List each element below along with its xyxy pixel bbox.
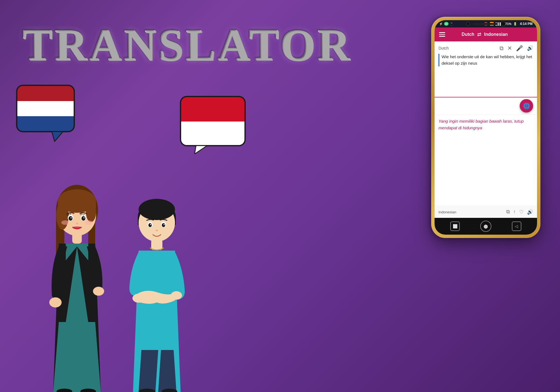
svg-rect-4 <box>17 116 74 131</box>
source-language[interactable]: Dutch <box>462 32 474 37</box>
translate-button[interactable]: 🌐 <box>520 99 533 113</box>
svg-point-43 <box>164 224 165 225</box>
back-button[interactable]: ◁ <box>512 221 521 231</box>
translate-icon: 🌐 <box>523 102 530 109</box>
svg-point-30 <box>93 287 104 296</box>
output-tts-button[interactable]: 🔊 <box>527 209 533 215</box>
svg-point-25 <box>83 217 85 218</box>
dutch-flag-bubble <box>15 84 80 144</box>
speaker-grill <box>473 23 498 25</box>
mic-button[interactable]: 🎤 <box>516 45 523 52</box>
svg-point-40 <box>148 223 152 227</box>
target-language[interactable]: Indonesian <box>484 32 508 37</box>
svg-point-23 <box>81 216 85 221</box>
battery-level: 71% <box>505 22 512 25</box>
svg-point-18 <box>56 202 69 230</box>
input-text[interactable]: Wie het onderste uit de kan wil hebben, … <box>438 54 533 66</box>
output-copy-button[interactable]: ⧉ <box>506 209 510 215</box>
svg-point-41 <box>162 223 165 227</box>
svg-point-37 <box>139 199 175 220</box>
output-footer: Indonesian ⧉ ↑ ♡ 🔊 <box>435 206 537 218</box>
whatsapp-icon: W <box>444 22 449 26</box>
camera-left <box>466 22 470 26</box>
output-like-button[interactable]: ♡ <box>519 209 524 215</box>
battery-icon: 🔋 <box>513 22 517 26</box>
clear-button[interactable]: ✕ <box>507 45 512 52</box>
svg-point-27 <box>61 220 69 225</box>
usb-icon: ⚡ <box>439 22 443 26</box>
svg-rect-3 <box>17 101 74 116</box>
svg-point-24 <box>71 217 72 218</box>
nav-bar: ⬜ ⬤ ◁ <box>435 218 537 235</box>
home-button[interactable]: ⬤ <box>480 221 491 232</box>
app-title: TRANSLATOR <box>22 22 352 67</box>
input-lang-label: Dutch <box>438 46 449 50</box>
output-area: Yang ingin memiliki bagian bawah laras, … <box>435 115 537 206</box>
svg-point-26 <box>76 223 78 224</box>
svg-point-42 <box>150 224 151 225</box>
svg-point-45 <box>132 294 145 303</box>
svg-rect-8 <box>181 97 244 122</box>
svg-point-19 <box>86 202 96 222</box>
swap-languages-icon[interactable]: ⇄ <box>477 31 481 38</box>
translate-button-row: 🌐 <box>435 97 537 115</box>
svg-rect-2 <box>17 86 74 101</box>
phone: ⚡ W 📱 🔇 📶 ▌▌▌▌ 71% 🔋 4:14 PM <box>431 17 543 241</box>
time-display: 4:14 PM <box>520 22 533 26</box>
female-character <box>36 182 118 392</box>
svg-point-46 <box>171 291 182 300</box>
camera-right <box>501 21 506 26</box>
menu-button[interactable] <box>439 32 445 37</box>
male-character <box>118 190 196 392</box>
output-text: Yang ingin memiliki bagian bawah laras, … <box>438 118 533 131</box>
notification-icon: 📱 <box>450 22 454 26</box>
svg-point-29 <box>49 297 62 307</box>
svg-marker-5 <box>52 132 63 141</box>
recent-apps-button[interactable]: ⬜ <box>450 221 460 231</box>
svg-point-28 <box>85 220 93 225</box>
tts-button[interactable]: 🔊 <box>527 45 533 51</box>
input-area: Dutch ⧉ ✕ 🎤 🔊 Wie het onderste uit de ka… <box>435 41 537 97</box>
svg-marker-10 <box>195 146 207 154</box>
output-share-button[interactable]: ↑ <box>513 209 516 215</box>
copy-button[interactable]: ⧉ <box>500 45 503 52</box>
output-lang-label: Indonesian <box>438 210 456 214</box>
svg-point-22 <box>69 216 73 221</box>
svg-point-44 <box>155 230 158 231</box>
app-header: Dutch ⇄ Indonesian <box>435 27 537 41</box>
indonesian-flag-bubble <box>179 95 249 155</box>
svg-rect-9 <box>181 122 244 145</box>
